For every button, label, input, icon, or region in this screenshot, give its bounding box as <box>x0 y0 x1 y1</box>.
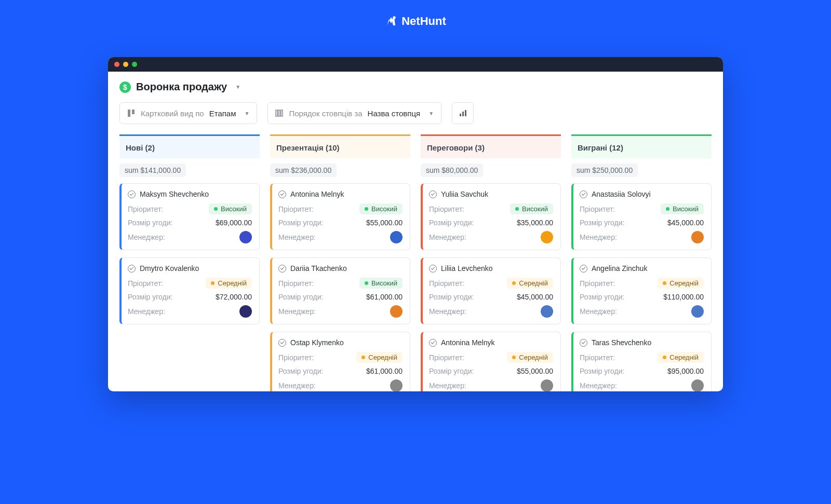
card-list: Antonina MelnykПріоритет:ВисокийРозмір у… <box>270 183 410 391</box>
check-circle-icon <box>278 339 286 347</box>
deal-size-label: Розмір угоди: <box>278 367 323 375</box>
kanban-icon <box>127 109 136 117</box>
window-maximize-icon[interactable] <box>132 62 137 67</box>
deal-size-value: $69,000.00 <box>216 219 252 227</box>
deal-size-label: Розмір угоди: <box>128 219 172 227</box>
card-view-selector[interactable]: Картковий вид по Етапам ▼ <box>119 102 257 124</box>
priority-label: Пріоритет: <box>580 205 615 213</box>
deal-size-value: $35,000.00 <box>517 219 553 227</box>
card-title: Dariia Tkachenko <box>278 264 403 273</box>
deal-card[interactable]: Dariia TkachenkoПріоритет:ВисокийРозмір … <box>270 257 410 324</box>
chart-button[interactable] <box>452 102 474 124</box>
deal-size-label: Розмір угоди: <box>429 219 474 227</box>
check-circle-icon <box>278 190 286 198</box>
avatar[interactable] <box>239 305 252 318</box>
deal-size-label: Розмір угоди: <box>580 367 624 375</box>
deal-size-value: $61,000.00 <box>366 293 403 301</box>
check-circle-icon <box>128 265 136 273</box>
card-list: Maksym ShevchenkoПріоритет:ВисокийРозмір… <box>119 183 260 324</box>
deal-card[interactable]: Ostap KlymenkoПріоритет:СереднійРозмір у… <box>270 332 410 391</box>
deal-card[interactable]: Yuliia SavchukПріоритет:ВисокийРозмір уг… <box>421 183 561 250</box>
dot-icon <box>512 356 516 359</box>
nethunt-icon <box>385 15 397 28</box>
deal-card[interactable]: Antonina MelnykПріоритет:СереднійРозмір … <box>421 332 561 391</box>
manager-label: Менеджер: <box>278 233 316 241</box>
priority-label: Пріоритет: <box>278 279 314 288</box>
manager-label: Менеджер: <box>128 307 165 316</box>
svg-rect-2 <box>132 110 135 114</box>
kanban-board: Нові (2)sum $141,000.00Maksym Shevchenko… <box>119 134 712 391</box>
svg-rect-5 <box>281 110 283 116</box>
card-title: Ostap Klymenko <box>278 338 403 347</box>
page-header: $ Воронка продажу ▼ <box>119 81 712 93</box>
avatar[interactable] <box>691 231 704 243</box>
deal-card[interactable]: Maksym ShevchenkoПріоритет:ВисокийРозмір… <box>119 183 260 250</box>
app-window: $ Воронка продажу ▼ Картковий вид по Ета… <box>108 57 723 391</box>
window-minimize-icon[interactable] <box>123 62 128 67</box>
avatar[interactable] <box>390 379 403 391</box>
priority-badge: Високий <box>510 203 553 214</box>
contact-name: Anastasiia Solovyi <box>592 190 651 198</box>
manager-label: Менеджер: <box>128 233 165 241</box>
svg-point-0 <box>393 16 396 19</box>
deal-size-label: Розмір угоди: <box>580 219 624 227</box>
deal-size-label: Розмір угоди: <box>278 219 323 227</box>
window-close-icon[interactable] <box>114 62 119 67</box>
avatar[interactable] <box>390 231 403 243</box>
window-titlebar <box>108 57 723 72</box>
deal-size-value: $55,000.00 <box>517 367 553 375</box>
deal-card[interactable]: Dmytro KovalenkoПріоритет:СереднійРозмір… <box>119 257 260 324</box>
deal-size-value: $110,000.00 <box>663 293 704 301</box>
column-header[interactable]: Презентація (10) <box>270 134 410 158</box>
contact-name: Antonina Melnyk <box>441 338 495 347</box>
chevron-down-icon: ▼ <box>428 111 434 116</box>
column-sum: sum $236,000.00 <box>270 164 337 177</box>
deal-size-value: $72,000.00 <box>216 293 252 301</box>
column-header[interactable]: Нові (2) <box>119 134 260 158</box>
avatar[interactable] <box>239 231 252 243</box>
deal-card[interactable]: Taras ShevchenkoПріоритет:СереднійРозмір… <box>571 332 712 391</box>
avatar[interactable] <box>541 231 553 243</box>
contact-name: Dmytro Kovalenko <box>140 264 199 273</box>
deal-card[interactable]: Antonina MelnykПріоритет:ВисокийРозмір у… <box>270 183 410 250</box>
deal-card[interactable]: Liliia LevchenkoПріоритет:СереднійРозмір… <box>421 257 561 324</box>
avatar[interactable] <box>541 305 553 318</box>
deal-card[interactable]: Anastasiia SolovyiПріоритет:ВисокийРозмі… <box>571 183 712 250</box>
contact-name: Yuliia Savchuk <box>441 190 488 198</box>
deal-size-label: Розмір угоди: <box>580 293 624 301</box>
column-header[interactable]: Виграні (12) <box>571 134 712 158</box>
svg-rect-1 <box>128 110 130 117</box>
contact-name: Liliia Levchenko <box>441 264 493 273</box>
card-list: Anastasiia SolovyiПріоритет:ВисокийРозмі… <box>571 183 712 391</box>
dot-icon <box>663 281 666 285</box>
contact-name: Ostap Klymenko <box>290 338 344 347</box>
card-title: Taras Shevchenko <box>580 338 704 347</box>
deal-card[interactable]: Angelina ZinchukПріоритет:СереднійРозмір… <box>571 257 712 324</box>
brand-logo: NetHunt <box>385 15 446 28</box>
priority-label: Пріоритет: <box>429 279 464 288</box>
kanban-column: Нові (2)sum $141,000.00Maksym Shevchenko… <box>119 134 260 391</box>
column-sum: sum $141,000.00 <box>119 164 186 177</box>
brand-name: NetHunt <box>401 15 446 28</box>
avatar[interactable] <box>691 379 704 391</box>
priority-label: Пріоритет: <box>580 353 615 362</box>
svg-rect-3 <box>276 110 277 116</box>
column-order-selector[interactable]: Порядок стовпців за Назва стовпця ▼ <box>267 102 441 124</box>
check-circle-icon <box>429 339 437 347</box>
priority-label: Пріоритет: <box>128 279 163 288</box>
check-circle-icon <box>429 265 437 273</box>
avatar[interactable] <box>691 305 704 318</box>
dot-icon <box>211 281 215 285</box>
dot-icon <box>365 281 368 285</box>
avatar[interactable] <box>541 379 553 391</box>
dot-icon <box>666 207 669 211</box>
chevron-down-icon[interactable]: ▼ <box>235 84 240 90</box>
column-header[interactable]: Переговори (3) <box>421 134 561 158</box>
deal-size-label: Розмір угоди: <box>429 293 474 301</box>
deal-size-label: Розмір угоди: <box>429 367 474 375</box>
priority-label: Пріоритет: <box>580 279 615 288</box>
deal-size-value: $45,000.00 <box>667 219 704 227</box>
avatar[interactable] <box>390 305 403 318</box>
bar-chart-icon <box>459 109 467 117</box>
manager-label: Менеджер: <box>278 307 316 316</box>
